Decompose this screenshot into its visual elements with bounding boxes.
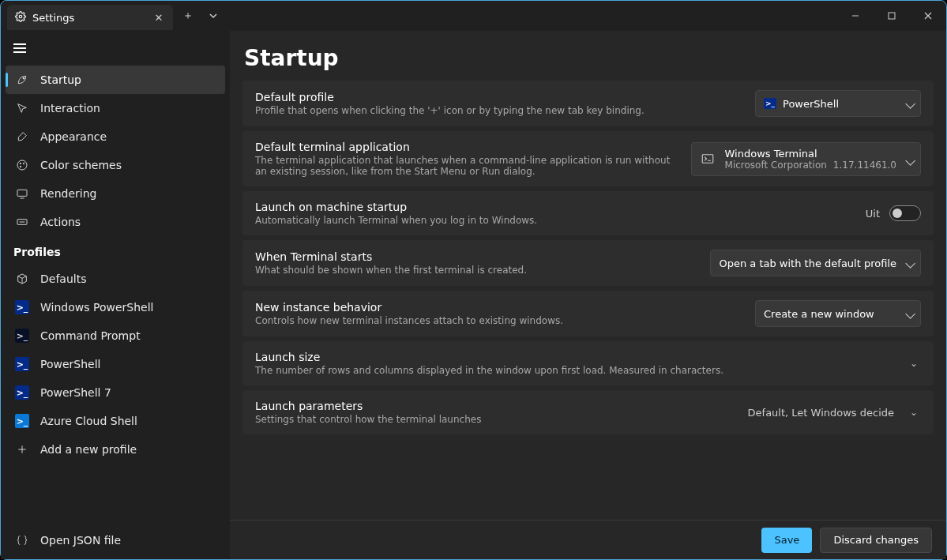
setting-when-terminal-starts: When Terminal starts What should be show… xyxy=(242,240,934,286)
when-starts-dropdown[interactable]: Open a tab with the default profile xyxy=(710,250,921,276)
dropdown-value: Open a tab with the default profile xyxy=(719,257,896,269)
sidebar-item-label: Interaction xyxy=(40,102,100,115)
sidebar-profile-windows-powershell[interactable]: >_ Windows PowerShell xyxy=(6,293,225,321)
sidebar-item-startup[interactable]: Startup xyxy=(6,66,225,94)
new-instance-dropdown[interactable]: Create a new window xyxy=(755,300,921,327)
setting-launch-size[interactable]: Launch size The number of rows and colum… xyxy=(242,341,934,385)
braces-icon xyxy=(15,533,29,547)
svg-point-3 xyxy=(23,77,24,79)
setting-title: Launch size xyxy=(255,351,894,363)
cmd-icon: >_ xyxy=(15,329,29,343)
sidebar-item-label: Appearance xyxy=(40,130,107,143)
chevron-down-icon: ⌄ xyxy=(907,407,921,418)
tab-dropdown-button[interactable] xyxy=(205,7,222,24)
setting-desc: What should be shown when the first term… xyxy=(255,265,697,276)
nav-hamburger-button[interactable] xyxy=(4,32,36,64)
svg-rect-2 xyxy=(889,13,895,19)
sidebar-item-rendering[interactable]: Rendering xyxy=(6,179,225,208)
sidebar-item-label: Windows PowerShell xyxy=(40,301,153,314)
keyboard-icon xyxy=(15,215,29,229)
svg-point-0 xyxy=(19,15,22,18)
sidebar-item-label: Add a new profile xyxy=(40,443,137,456)
sidebar-profile-azure-cloud-shell[interactable]: >_ Azure Cloud Shell xyxy=(6,407,225,435)
toggle-state-label: Uit xyxy=(866,208,880,220)
monitor-icon xyxy=(15,186,29,201)
setting-desc: The number of rows and columns displayed… xyxy=(255,365,894,376)
chevron-down-icon: ⌄ xyxy=(907,358,921,369)
close-window-button[interactable] xyxy=(910,3,946,28)
box-icon xyxy=(15,272,29,286)
maximize-button[interactable] xyxy=(874,3,910,28)
sidebar-item-label: PowerShell 7 xyxy=(40,386,111,399)
setting-title: Default terminal application xyxy=(255,141,678,153)
default-terminal-app-dropdown[interactable]: Windows Terminal Microsoft Corporation 1… xyxy=(691,142,921,176)
minimize-button[interactable] xyxy=(837,3,874,28)
brush-icon xyxy=(15,130,29,144)
setting-desc: Controls how new terminal instances atta… xyxy=(255,315,742,326)
app-window: Settings ✕ ＋ xyxy=(0,0,947,560)
setting-title: New instance behavior xyxy=(255,301,742,314)
discard-button[interactable]: Discard changes xyxy=(820,528,932,553)
setting-title: Launch on machine startup xyxy=(255,201,853,213)
tab-settings[interactable]: Settings ✕ xyxy=(7,5,173,30)
powershell-icon: >_ xyxy=(15,385,29,400)
sidebar-item-actions[interactable]: Actions xyxy=(6,208,225,236)
sidebar-item-label: Command Prompt xyxy=(40,329,141,342)
powershell-icon: >_ xyxy=(15,357,29,371)
sidebar-profiles-header: Profiles xyxy=(1,238,230,263)
sidebar-profile-command-prompt[interactable]: >_ Command Prompt xyxy=(6,321,225,350)
sidebar-item-interaction[interactable]: Interaction xyxy=(6,94,225,122)
sidebar-item-label: Defaults xyxy=(40,272,86,285)
setting-desc: The terminal application that launches w… xyxy=(255,155,678,177)
setting-launch-on-startup: Launch on machine startup Automatically … xyxy=(242,191,934,235)
tab-title: Settings xyxy=(32,12,74,24)
main-content: Startup Default profile Profile that ope… xyxy=(230,31,946,559)
cursor-icon xyxy=(15,101,29,115)
svg-point-7 xyxy=(20,166,21,167)
setting-default-profile: Default profile Profile that opens when … xyxy=(242,81,934,126)
setting-desc: Profile that opens when clicking the '+'… xyxy=(255,105,742,116)
sidebar-item-label: PowerShell xyxy=(40,358,100,370)
setting-new-instance-behavior: New instance behavior Controls how new t… xyxy=(242,291,934,336)
footer-actions: Save Discard changes xyxy=(230,520,946,559)
powershell-icon: >_ xyxy=(764,98,776,109)
default-profile-dropdown[interactable]: >_ PowerShell xyxy=(755,90,921,117)
tab-close-button[interactable]: ✕ xyxy=(152,12,165,24)
sidebar-item-label: Startup xyxy=(40,73,81,86)
sidebar-profile-powershell-7[interactable]: >_ PowerShell 7 xyxy=(6,378,225,407)
dropdown-value: PowerShell xyxy=(783,98,839,110)
svg-rect-14 xyxy=(702,155,713,163)
setting-desc: Automatically launch Terminal when you l… xyxy=(255,215,853,226)
sidebar-item-label: Azure Cloud Shell xyxy=(40,415,137,427)
launch-on-startup-toggle[interactable] xyxy=(889,205,921,221)
sidebar-item-label: Color schemes xyxy=(40,159,122,171)
svg-point-5 xyxy=(20,163,21,163)
sidebar-item-label: Open JSON file xyxy=(40,534,121,547)
sidebar-profile-defaults[interactable]: Defaults xyxy=(6,265,225,293)
save-button[interactable]: Save xyxy=(761,528,812,553)
terminal-icon xyxy=(700,151,716,167)
sidebar-item-color-schemes[interactable]: Color schemes xyxy=(6,151,225,179)
setting-title: Default profile xyxy=(255,91,742,103)
sidebar-profile-powershell[interactable]: >_ PowerShell xyxy=(6,350,225,378)
sidebar: Startup Interaction Appearance Color sch… xyxy=(1,31,230,559)
sidebar-add-profile[interactable]: Add a new profile xyxy=(6,435,225,464)
app-name: Windows Terminal xyxy=(725,148,896,160)
rocket-icon xyxy=(15,73,29,87)
sidebar-item-label: Actions xyxy=(40,216,81,228)
sidebar-open-json[interactable]: Open JSON file xyxy=(6,526,225,554)
setting-title: Launch parameters xyxy=(255,400,735,412)
new-tab-button[interactable]: ＋ xyxy=(179,7,197,24)
plus-icon xyxy=(15,442,29,457)
setting-launch-parameters[interactable]: Launch parameters Settings that control … xyxy=(242,390,934,434)
svg-rect-8 xyxy=(17,190,27,196)
titlebar: Settings ✕ ＋ xyxy=(1,1,946,31)
svg-point-4 xyxy=(17,160,27,170)
setting-desc: Settings that control how the terminal l… xyxy=(255,414,735,425)
app-version: 1.17.11461.0 xyxy=(833,160,896,171)
app-publisher: Microsoft Corporation xyxy=(725,160,827,171)
page-title: Startup xyxy=(230,31,946,81)
sidebar-item-appearance[interactable]: Appearance xyxy=(6,122,225,151)
sidebar-item-label: Rendering xyxy=(40,187,97,200)
gear-icon xyxy=(15,11,26,24)
